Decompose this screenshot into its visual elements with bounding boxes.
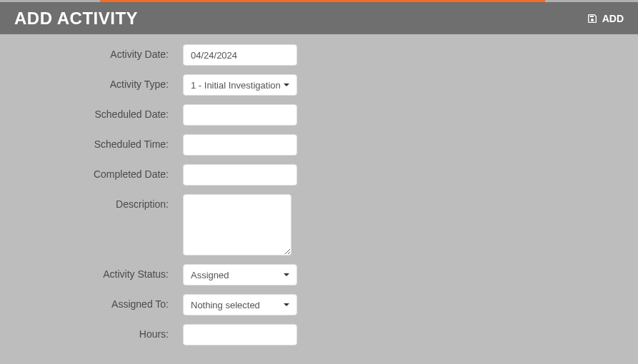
activity-type-select[interactable]: 1 - Initial Investigation — [183, 74, 297, 96]
caret-down-icon — [284, 84, 289, 86]
activity-date-input[interactable] — [183, 44, 297, 66]
activity-type-label: Activity Type: — [0, 74, 183, 90]
form-body: Activity Date: Activity Type: 1 - Initia… — [0, 34, 638, 364]
description-label: Description: — [0, 194, 183, 210]
dialog-title: ADD ACTIVITY — [14, 9, 138, 29]
completed-date-label: Completed Date: — [0, 164, 183, 180]
caret-down-icon — [284, 273, 289, 276]
scheduled-date-label: Scheduled Date: — [0, 104, 183, 120]
scheduled-time-input[interactable] — [183, 134, 297, 156]
completed-date-input[interactable] — [183, 164, 297, 186]
description-textarea[interactable] — [183, 194, 291, 256]
scheduled-date-input[interactable] — [183, 104, 297, 126]
hours-label: Hours: — [0, 324, 183, 340]
activity-date-label: Activity Date: — [0, 44, 183, 60]
hours-input[interactable] — [183, 324, 297, 345]
activity-type-selected: 1 - Initial Investigation — [191, 80, 281, 91]
add-button-label: ADD — [602, 13, 624, 24]
dialog-header: ADD ACTIVITY ADD — [0, 0, 638, 34]
assigned-to-selected: Nothing selected — [191, 300, 260, 310]
activity-status-select[interactable]: Assigned — [183, 264, 297, 285]
save-icon — [587, 13, 598, 24]
activity-status-label: Activity Status: — [0, 264, 183, 280]
assigned-to-select[interactable]: Nothing selected — [183, 294, 297, 315]
assigned-to-label: Assigned To: — [0, 294, 183, 310]
caret-down-icon — [284, 303, 289, 306]
add-button[interactable]: ADD — [587, 13, 624, 24]
activity-status-selected: Assigned — [191, 270, 229, 280]
scheduled-time-label: Scheduled Time: — [0, 134, 183, 150]
